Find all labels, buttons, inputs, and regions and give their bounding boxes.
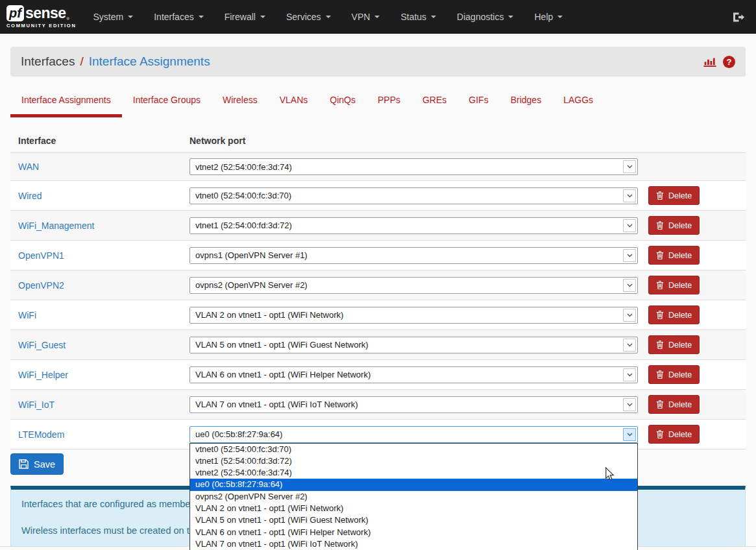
breadcrumb-section: Interfaces xyxy=(21,54,75,69)
dropdown-option[interactable]: VLAN 6 on vtnet1 - opt1 (WiFi Helper Net… xyxy=(190,527,637,538)
tab-interface-assignments[interactable]: Interface Assignments xyxy=(10,92,122,117)
network-port-select[interactable]: vtnet0 (52:54:00:fc:3d:70) xyxy=(189,187,638,204)
menu-label: Diagnostics xyxy=(457,12,504,22)
network-port-select[interactable]: vtnet2 (52:54:00:fe:3d:74) xyxy=(189,158,638,175)
logo-registered-mark: ® xyxy=(67,17,69,21)
network-port-select[interactable]: VLAN 2 on vtnet1 - opt1 (WiFi Network) xyxy=(189,307,638,324)
delete-button[interactable]: Delete xyxy=(648,246,700,265)
table-row: WAN vtnet2 (52:54:00:fe:3d:74) xyxy=(10,153,746,181)
delete-button[interactable]: Delete xyxy=(648,365,700,384)
network-port-select[interactable]: VLAN 5 on vtnet1 - opt1 (WiFi Guest Netw… xyxy=(189,337,638,353)
dropdown-option[interactable]: VLAN 2 on vtnet1 - opt1 (WiFi Network) xyxy=(190,503,637,514)
select-value: ue0 (0c:5b:8f:27:9a:64) xyxy=(195,429,282,439)
interface-link-ltemodem[interactable]: LTEModem xyxy=(18,429,64,440)
chevron-down-icon xyxy=(508,16,513,18)
interface-link-wifi[interactable]: WiFi xyxy=(18,310,36,320)
delete-label: Delete xyxy=(668,281,692,290)
logo-pf-chip: pf xyxy=(6,5,24,21)
column-header-interface: Interface xyxy=(10,128,182,153)
tab-vlans[interactable]: VLANs xyxy=(269,92,319,117)
menu-status[interactable]: Status xyxy=(390,0,446,34)
interface-link-openvpn1[interactable]: OpenVPN1 xyxy=(18,250,64,261)
status-graph-icon[interactable] xyxy=(703,57,716,67)
top-navbar: pf sense ® COMMUNITY EDITION System Inte… xyxy=(0,0,756,34)
delete-button[interactable]: Delete xyxy=(648,186,700,205)
table-row: WiFi_IoT VLAN 7 on vtnet1 - opt1 (WiFi I… xyxy=(10,390,746,420)
dropdown-option[interactable]: ovpns2 (OpenVPN Server #2) xyxy=(190,491,637,503)
tab-ppps[interactable]: PPPs xyxy=(367,92,411,117)
network-port-dropdown-list: vtnet0 (52:54:00:fc:3d:70) vtnet1 (52:54… xyxy=(189,443,638,550)
dropdown-option[interactable]: vtnet2 (52:54:00:fe:3d:74) xyxy=(190,467,637,479)
select-value: VLAN 5 on vtnet1 - opt1 (WiFi Guest Netw… xyxy=(195,340,369,350)
delete-button[interactable]: Delete xyxy=(648,395,700,414)
interface-link-wifi-guest[interactable]: WiFi_Guest xyxy=(18,340,66,350)
chevron-down-icon xyxy=(374,16,380,18)
tab-interface-groups[interactable]: Interface Groups xyxy=(122,92,212,117)
tab-bridges[interactable]: Bridges xyxy=(500,92,552,117)
chevron-down-icon xyxy=(623,160,636,173)
chevron-down-icon xyxy=(623,368,636,381)
main-menu: System Interfaces Firewall Services VPN … xyxy=(83,0,574,34)
interface-assignments-table: Interface Network port WAN vtnet2 (52:54… xyxy=(10,128,746,449)
breadcrumb: Interfaces / Interface Assignments ? xyxy=(10,47,746,77)
interface-link-wan[interactable]: WAN xyxy=(18,161,39,172)
tab-gifs[interactable]: GIFs xyxy=(457,92,499,117)
help-icon[interactable]: ? xyxy=(723,56,735,68)
select-value: ovpns1 (OpenVPN Server #1) xyxy=(195,250,308,260)
delete-button[interactable]: Delete xyxy=(648,276,700,294)
delete-button[interactable]: Delete xyxy=(648,425,700,444)
select-value: vtnet0 (52:54:00:fc:3d:70) xyxy=(195,191,291,200)
delete-label: Delete xyxy=(668,370,692,379)
delete-button[interactable]: Delete xyxy=(648,335,700,354)
table-row: OpenVPN2 ovpns2 (OpenVPN Server #2) Dele… xyxy=(10,270,746,300)
interface-link-wifi-helper[interactable]: WiFi_Helper xyxy=(18,370,68,380)
dropdown-option[interactable]: VLAN 7 on vtnet1 - opt1 (WiFi IoT Networ… xyxy=(190,538,637,550)
network-port-select[interactable]: vtnet1 (52:54:00:fd:3d:72) xyxy=(189,217,638,234)
dropdown-option[interactable]: VLAN 5 on vtnet1 - opt1 (WiFi Guest Netw… xyxy=(190,514,637,526)
select-value: vtnet1 (52:54:00:fd:3d:72) xyxy=(195,221,292,230)
tab-gres[interactable]: GREs xyxy=(411,92,457,117)
chevron-down-icon xyxy=(199,16,204,18)
tab-wireless[interactable]: Wireless xyxy=(212,92,269,117)
menu-firewall[interactable]: Firewall xyxy=(214,0,276,34)
menu-diagnostics[interactable]: Diagnostics xyxy=(446,0,524,34)
menu-label: Status xyxy=(400,12,426,22)
menu-interfaces[interactable]: Interfaces xyxy=(143,0,213,34)
pfsense-logo[interactable]: pf sense ® COMMUNITY EDITION xyxy=(6,5,77,29)
delete-label: Delete xyxy=(668,191,692,200)
menu-help[interactable]: Help xyxy=(524,0,573,34)
chevron-down-icon xyxy=(431,16,436,18)
menu-system[interactable]: System xyxy=(83,0,144,34)
network-port-select[interactable]: ovpns2 (OpenVPN Server #2) xyxy=(189,277,638,294)
delete-button[interactable]: Delete xyxy=(648,305,700,324)
delete-label: Delete xyxy=(668,341,692,350)
chevron-down-icon xyxy=(260,16,265,18)
dropdown-option-selected[interactable]: ue0 (0c:5b:8f:27:9a:64) xyxy=(190,479,637,490)
dropdown-option[interactable]: vtnet0 (52:54:00:fc:3d:70) xyxy=(190,444,637,455)
interface-link-openvpn2[interactable]: OpenVPN2 xyxy=(18,280,64,291)
interface-link-wired[interactable]: Wired xyxy=(18,191,42,201)
network-port-select[interactable]: VLAN 7 on vtnet1 - opt1 (WiFi IoT Networ… xyxy=(189,396,638,413)
delete-label: Delete xyxy=(668,311,692,320)
sign-out-icon[interactable] xyxy=(733,12,744,23)
tab-laggs[interactable]: LAGGs xyxy=(552,92,604,117)
table-row: OpenVPN1 ovpns1 (OpenVPN Server #1) Dele… xyxy=(10,241,746,270)
menu-label: Firewall xyxy=(225,12,256,22)
save-button[interactable]: Save xyxy=(10,453,64,475)
menu-label: Services xyxy=(286,12,321,22)
network-port-select[interactable]: ovpns1 (OpenVPN Server #1) xyxy=(189,247,638,264)
network-port-select[interactable]: VLAN 6 on vtnet1 - opt1 (WiFi Helper Net… xyxy=(189,366,638,383)
network-port-select-open[interactable]: ue0 (0c:5b:8f:27:9a:64) vtnet0 (52:54:00… xyxy=(189,426,638,443)
menu-label: Interfaces xyxy=(154,12,193,22)
tab-qinqs[interactable]: QinQs xyxy=(319,92,367,117)
interface-link-wifi-iot[interactable]: WiFi_IoT xyxy=(18,400,55,410)
menu-services[interactable]: Services xyxy=(276,0,341,34)
menu-vpn[interactable]: VPN xyxy=(341,0,391,34)
table-row: WiFi_Guest VLAN 5 on vtnet1 - opt1 (WiFi… xyxy=(10,330,746,360)
dropdown-option[interactable]: vtnet1 (52:54:00:fd:3d:72) xyxy=(190,455,637,467)
logo-sense-text: sense xyxy=(25,5,66,21)
chevron-down-icon xyxy=(623,279,636,292)
chevron-down-icon xyxy=(623,189,636,202)
delete-button[interactable]: Delete xyxy=(648,216,700,235)
interface-link-wifi-management[interactable]: WiFi_Management xyxy=(18,221,95,231)
